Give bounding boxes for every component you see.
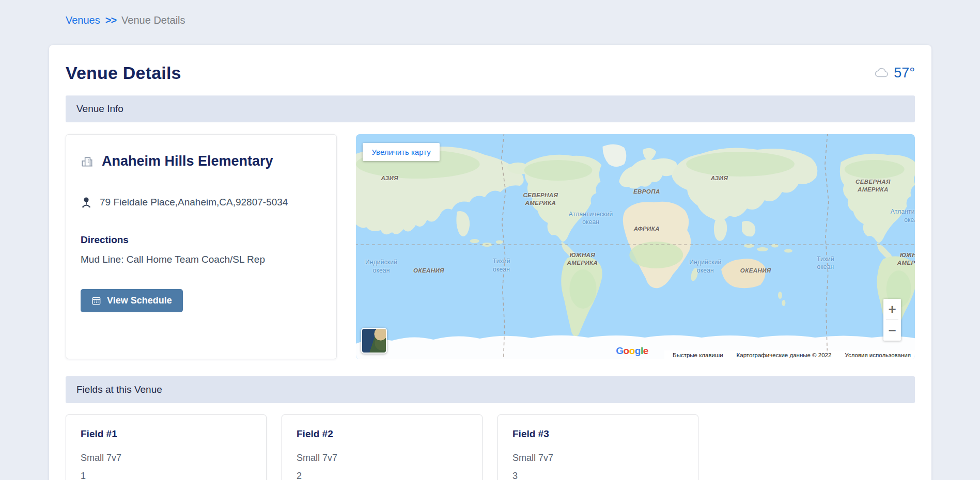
weather-widget: 57°	[874, 66, 915, 80]
fields-row: Field #1 Small 7v7 1 Field #2 Small 7v7 …	[66, 414, 915, 480]
map-label: Индийский океан	[689, 259, 721, 275]
calendar-icon	[91, 296, 101, 306]
field-number: 1	[81, 471, 252, 480]
keyboard-shortcuts-link[interactable]: Быстрые клавиши	[673, 352, 723, 358]
venue-info-section-header: Venue Info	[66, 95, 915, 122]
temperature-value: 57°	[894, 66, 915, 80]
field-card: Field #1 Small 7v7 1	[66, 414, 267, 480]
field-size: Small 7v7	[297, 453, 468, 463]
map-label: Тихий океан	[493, 258, 510, 274]
map-label: ОКЕАНИЯ	[740, 266, 771, 274]
page-title: Venue Details	[66, 63, 181, 83]
field-number: 2	[297, 471, 468, 480]
field-name: Field #2	[297, 428, 468, 440]
field-name: Field #1	[81, 428, 252, 440]
map-label: АЗИЯ	[381, 174, 399, 182]
map-label: ЮЖНАЯ АМЕРИКА	[897, 251, 915, 267]
venue-name: Anaheim Hills Elementary	[102, 153, 273, 169]
field-number: 3	[512, 471, 683, 480]
view-schedule-button[interactable]: View Schedule	[81, 289, 183, 312]
map-attribution-bar: Быстрые клавиши Картографические данные …	[664, 350, 915, 359]
map-label: Индийский океан	[365, 259, 397, 275]
satellite-view-thumbnail[interactable]	[361, 328, 387, 354]
venue-info-card: Anaheim Hills Elementary 79 Fieldale Pla…	[66, 134, 337, 359]
map-label: ОКЕАНИЯ	[413, 266, 444, 274]
field-card: Field #2 Small 7v7 2	[282, 414, 483, 480]
map-data-copyright: Картографические данные © 2022	[737, 352, 832, 358]
venue-content-row: Anaheim Hills Elementary 79 Fieldale Pla…	[66, 134, 915, 359]
field-size: Small 7v7	[512, 453, 683, 463]
map-label: СЕВЕРНАЯ АМЕРИКА	[523, 192, 558, 207]
cloud-icon	[874, 66, 890, 79]
map-zoom-out-button[interactable]: −	[883, 320, 901, 341]
map-label: АЗИЯ	[711, 174, 728, 182]
card-header: Venue Details 57°	[66, 45, 915, 95]
map-label: Атлантический океан	[569, 211, 613, 227]
venue-info-section-label: Venue Info	[76, 103, 123, 115]
field-name: Field #3	[512, 428, 683, 440]
map-canvas[interactable]	[356, 134, 915, 359]
terms-of-use-link[interactable]: Условия использования	[845, 352, 911, 358]
directions-text: Mud Line: Call Home Team Coach/SL Rep	[81, 254, 322, 265]
fields-section-label: Fields at this Venue	[76, 384, 162, 395]
map-label: Атлантический океан	[891, 209, 915, 225]
breadcrumb-venues-link[interactable]: Venues	[66, 14, 100, 26]
map-label: Тихий океан	[817, 255, 834, 271]
breadcrumb: Venues >> Venue Details	[66, 14, 185, 26]
breadcrumb-separator: >>	[105, 14, 116, 26]
google-logo[interactable]: Google	[616, 345, 648, 357]
map-label: АФРИКА	[634, 225, 660, 233]
fields-section-header: Fields at this Venue	[66, 376, 915, 403]
breadcrumb-current: Venue Details	[121, 14, 185, 26]
view-schedule-label: View Schedule	[107, 295, 172, 306]
building-icon	[81, 155, 94, 168]
google-map[interactable]: АЗИЯСЕВЕРНАЯ АМЕРИКАЕВРОПААЗИЯСЕВЕРНАЯ А…	[356, 134, 915, 359]
directions-label: Directions	[81, 234, 322, 246]
map-zoom-control: + −	[883, 299, 901, 341]
enlarge-map-button[interactable]: Увеличить карту	[363, 143, 439, 161]
map-label: СЕВЕРНАЯ АМЕРИКА	[855, 178, 891, 194]
venue-address: 79 Fieldale Place,Anaheim,CA,92807-5034	[100, 197, 288, 208]
map-zoom-in-button[interactable]: +	[883, 299, 901, 319]
map-pin-icon	[81, 196, 92, 209]
field-card: Field #3 Small 7v7 3	[497, 414, 698, 480]
map-label: ЕВРОПА	[633, 188, 660, 196]
venue-details-card: Venue Details 57° Venue Info Anaheim	[49, 45, 931, 480]
map-label: ЮЖНАЯ АМЕРИКА	[567, 251, 598, 267]
field-size: Small 7v7	[81, 453, 252, 463]
